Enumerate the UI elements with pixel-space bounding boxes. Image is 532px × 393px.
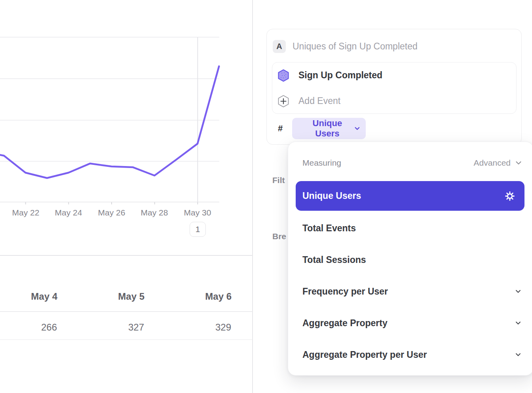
breakdown-section-label: Bre: [272, 232, 286, 241]
menu-item-label: Aggregate Property: [302, 318, 388, 329]
x-tick-label: May 22: [2, 208, 49, 217]
gear-icon[interactable]: [505, 191, 515, 201]
chevron-down-icon: [514, 159, 523, 167]
menu-item-aggregate-property[interactable]: Aggregate Property: [288, 307, 532, 339]
chevron-down-icon: [514, 319, 522, 327]
menu-item-total-events[interactable]: Total Events: [288, 212, 532, 244]
advanced-label: Advanced: [474, 158, 511, 168]
add-event-button[interactable]: Add Event: [272, 88, 516, 114]
panel-divider: [252, 0, 253, 393]
x-tick-label: May 26: [88, 208, 135, 217]
chevron-down-icon: [514, 287, 522, 295]
table-column-header: May 5: [85, 291, 144, 302]
event-row[interactable]: Sign Up Completed: [272, 62, 516, 88]
x-tick-label: May 30: [174, 208, 221, 217]
event-name: Sign Up Completed: [298, 70, 382, 81]
measuring-label: Measuring: [302, 158, 341, 168]
metric-row: # Unique Users: [278, 118, 366, 139]
query-builder-card: A Uniques of Sign Up Completed Sign Up C…: [266, 29, 522, 145]
table-cell-value: 266: [0, 322, 57, 333]
x-tick-label: May 28: [131, 208, 178, 217]
add-event-label: Add Event: [298, 96, 340, 106]
measuring-dropdown: Measuring Advanced Unique UsersTotal Eve…: [288, 142, 532, 376]
query-title: Uniques of Sign Up Completed: [293, 41, 418, 52]
series-letter-badge: A: [273, 40, 286, 53]
chevron-down-icon: [514, 351, 522, 359]
filter-section-label: Filt: [272, 176, 285, 185]
measuring-menu-items: Unique UsersTotal EventsTotal SessionsFr…: [288, 181, 532, 370]
menu-item-label: Aggregate Property per User: [302, 350, 427, 360]
menu-item-label: Unique Users: [302, 191, 361, 201]
menu-item-label: Total Sessions: [302, 255, 366, 265]
advanced-mode-toggle[interactable]: Advanced: [474, 158, 523, 168]
table-row-border: [0, 339, 253, 340]
event-hexagon-icon: [277, 69, 289, 82]
chevron-down-icon: [353, 125, 361, 132]
measurement-dropdown-button[interactable]: Unique Users: [292, 118, 366, 139]
menu-item-frequency-per-user[interactable]: Frequency per User: [288, 276, 532, 307]
table-header-border: [0, 311, 253, 312]
menu-item-label: Frequency per User: [302, 286, 388, 297]
menu-item-label: Total Events: [302, 223, 356, 234]
menu-item-unique-users[interactable]: Unique Users: [296, 181, 524, 211]
table-cell-value: 329: [172, 322, 231, 333]
menu-item-aggregate-property-per-user[interactable]: Aggregate Property per User: [288, 339, 532, 370]
line-chart-svg: [0, 0, 220, 206]
event-card: Sign Up Completed Add Event: [272, 62, 517, 114]
table-top-border: [0, 255, 253, 256]
measurement-value: Unique Users: [301, 118, 353, 139]
add-event-icon: [277, 95, 289, 108]
measuring-header: Measuring Advanced: [302, 158, 523, 168]
menu-item-total-sessions[interactable]: Total Sessions: [288, 244, 532, 276]
table-column-header: May 4: [0, 291, 57, 302]
hover-point-badge[interactable]: 1: [190, 222, 206, 237]
table-column-header: May 6: [172, 291, 232, 302]
table-cell-value: 327: [85, 322, 144, 333]
metric-hash-symbol: #: [278, 123, 283, 134]
axis-ticks: [26, 202, 198, 204]
x-tick-label: May 24: [45, 208, 92, 217]
query-header: A Uniques of Sign Up Completed: [273, 40, 515, 53]
